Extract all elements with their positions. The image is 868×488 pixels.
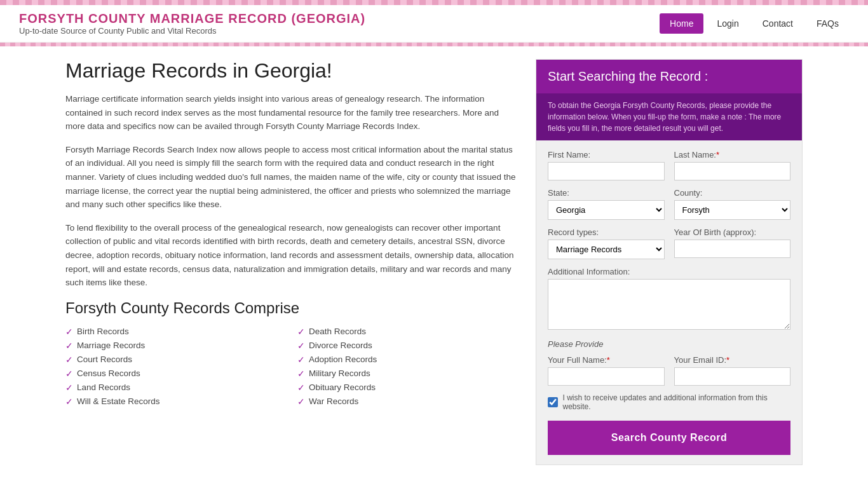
county-select[interactable]: Forsyth Fulton Gwinnett Cherokee [674,200,791,220]
paragraph-3: To lend flexibility to the overall proce… [65,221,517,290]
nav-contact[interactable]: Contact [752,13,803,34]
subheading: Forsyth County Records Comprise [65,299,517,317]
records-list: ✓ Birth Records ✓ Death Records ✓ Marria… [65,327,517,407]
form-description: To obtain the Georgia Forsyth County Rec… [536,93,802,140]
list-item: ✓ Birth Records [65,327,285,337]
state-select[interactable]: Georgia Alabama Florida Tennessee [548,200,665,220]
last-name-input[interactable] [674,162,791,180]
last-name-label: Last Name:* [674,150,791,159]
list-item: ✓ Adoption Records [297,355,517,365]
record-label: Land Records [77,383,130,392]
sub-decorative-border [0,43,868,46]
record-types-label: Record types: [548,227,665,237]
state-county-row: State: Georgia Alabama Florida Tennessee… [548,188,790,220]
check-icon: ✓ [65,383,73,393]
main-nav: Home Login Contact FAQs [660,13,849,34]
state-group: State: Georgia Alabama Florida Tennessee [548,188,665,220]
paragraph-2: Forsyth Marriage Records Search Index no… [65,143,517,212]
check-icon: ✓ [297,327,305,337]
check-icon: ✓ [297,369,305,379]
first-name-label: First Name: [548,150,665,159]
list-item: ✓ Military Records [297,369,517,379]
first-name-group: First Name: [548,150,665,180]
check-icon: ✓ [297,383,305,393]
record-label: Divorce Records [309,341,372,350]
record-types-select[interactable]: Marriage Records Birth Records Death Rec… [548,240,665,259]
site-subtitle: Up-to-date Source of County Public and V… [19,26,365,36]
check-icon: ✓ [297,355,305,365]
additional-info-row: Additional Information: [548,267,790,332]
list-item: ✓ Land Records [65,383,285,393]
check-icon: ✓ [65,355,73,365]
list-item: ✓ Will & Estate Records [65,396,285,407]
year-of-birth-input[interactable] [674,240,791,258]
list-item: ✓ Court Records [65,355,285,365]
record-label: Death Records [309,327,366,336]
user-info-row: Your Full Name:* Your Email ID:* [548,355,790,386]
county-label: County: [674,188,791,198]
list-item: ✓ Divorce Records [297,341,517,351]
check-icon: ✓ [65,369,73,379]
record-year-row: Record types: Marriage Records Birth Rec… [548,227,790,259]
county-group: County: Forsyth Fulton Gwinnett Cherokee [674,188,791,220]
list-item: ✓ War Records [297,396,517,407]
nav-faqs[interactable]: FAQs [806,13,849,34]
main-content: Marriage Records in Georgia! Marriage ce… [53,59,815,465]
record-label: Census Records [77,369,140,378]
last-name-group: Last Name:* [674,150,791,180]
nav-home[interactable]: Home [660,13,703,34]
form-title: Start Searching the Record : [536,60,802,93]
site-header: FORSYTH COUNTY MARRIAGE RECORD (GEORGIA)… [0,5,868,43]
form-body: First Name: Last Name:* State: Georgia [536,140,802,464]
list-item: ✓ Census Records [65,369,285,379]
list-item: ✓ Marriage Records [65,341,285,351]
additional-info-textarea[interactable] [548,279,790,330]
first-name-input[interactable] [548,162,665,180]
please-provide-text: Please Provide [548,339,790,349]
state-label: State: [548,188,665,198]
list-item: ✓ Obituary Records [297,383,517,393]
left-section: Marriage Records in Georgia! Marriage ce… [65,59,536,407]
additional-info-label: Additional Information: [548,267,790,276]
nav-login[interactable]: Login [707,13,749,34]
list-item: ✓ Death Records [297,327,517,337]
main-heading: Marriage Records in Georgia! [65,59,517,83]
header-branding: FORSYTH COUNTY MARRIAGE RECORD (GEORGIA)… [19,11,365,36]
full-name-group: Your Full Name:* [548,355,665,386]
record-label: Will & Estate Records [77,396,160,406]
check-icon: ✓ [297,396,305,407]
record-label: Marriage Records [77,341,145,350]
check-icon: ✓ [65,396,73,407]
year-of-birth-group: Year Of Birth (approx): [674,227,791,259]
full-name-input[interactable] [548,367,665,386]
paragraph-1: Marriage certificate information search … [65,92,517,133]
additional-info-group: Additional Information: [548,267,790,332]
email-label: Your Email ID:* [674,355,791,365]
record-label: Military Records [309,369,370,378]
record-label: War Records [309,396,358,406]
record-types-group: Record types: Marriage Records Birth Rec… [548,227,665,259]
newsletter-checkbox-row: I wish to receive updates and additional… [548,393,790,411]
year-of-birth-label: Year Of Birth (approx): [674,227,791,237]
email-input[interactable] [674,367,791,386]
full-name-label: Your Full Name:* [548,355,665,365]
record-label: Birth Records [77,327,129,336]
check-icon: ✓ [297,341,305,351]
name-row: First Name: Last Name:* [548,150,790,180]
newsletter-label: I wish to receive updates and additional… [563,393,790,411]
site-title: FORSYTH COUNTY MARRIAGE RECORD (GEORGIA) [19,11,365,26]
check-icon: ✓ [65,341,73,351]
top-decorative-border [0,0,868,5]
search-form-panel: Start Searching the Record : To obtain t… [536,59,803,465]
record-label: Adoption Records [309,355,377,364]
email-group: Your Email ID:* [674,355,791,386]
search-county-record-button[interactable]: Search County Record [548,421,790,455]
record-label: Court Records [77,355,132,364]
record-label: Obituary Records [309,383,376,392]
newsletter-checkbox[interactable] [548,397,558,407]
check-icon: ✓ [65,327,73,337]
